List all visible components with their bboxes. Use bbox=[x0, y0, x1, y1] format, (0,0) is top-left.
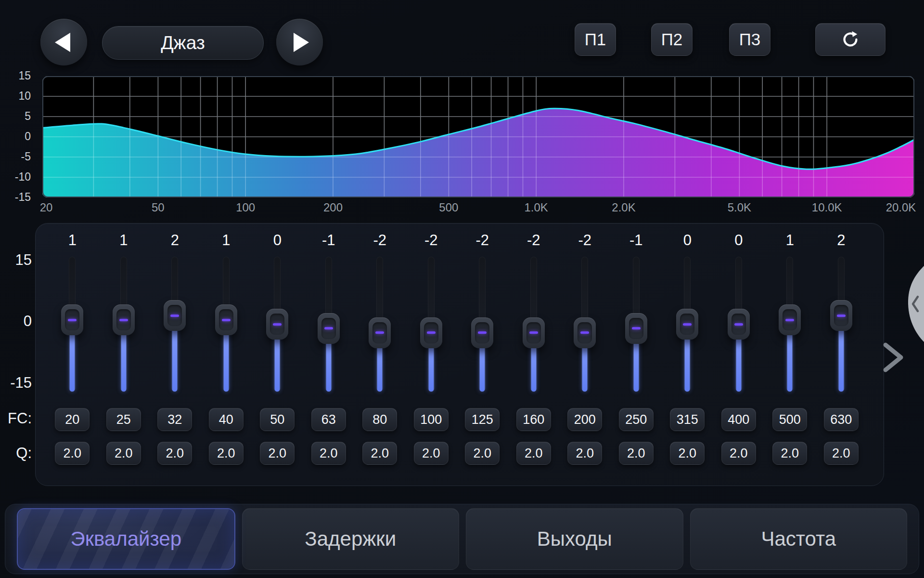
slider-thumb-inner bbox=[321, 318, 336, 339]
band-gain-slider[interactable] bbox=[713, 257, 765, 392]
band-q-button[interactable]: 2.0 bbox=[55, 442, 90, 465]
band-gain-value: 1 bbox=[786, 231, 794, 250]
band-q-button[interactable]: 2.0 bbox=[362, 442, 397, 465]
slider-thumb[interactable] bbox=[471, 317, 493, 348]
band-fc-button[interactable]: 315 bbox=[670, 408, 705, 431]
slider-thumb[interactable] bbox=[61, 304, 83, 335]
eq-band-400: 0 400 2.0 bbox=[713, 223, 765, 465]
memory-preset-button-1[interactable]: П1 bbox=[575, 23, 616, 56]
slider-thumb[interactable] bbox=[369, 317, 391, 348]
band-q-button[interactable]: 2.0 bbox=[619, 442, 654, 465]
slider-thumb[interactable] bbox=[728, 309, 750, 340]
band-fc-button[interactable]: 630 bbox=[824, 408, 859, 431]
band-q-button[interactable]: 2.0 bbox=[414, 442, 449, 465]
band-gain-slider[interactable] bbox=[354, 257, 406, 392]
slider-thumb[interactable] bbox=[420, 317, 442, 348]
slider-thumb-dash-icon bbox=[427, 331, 436, 334]
band-gain-slider[interactable] bbox=[559, 257, 611, 392]
band-fc-button[interactable]: 125 bbox=[465, 408, 500, 431]
band-q-button[interactable]: 2.0 bbox=[465, 442, 500, 465]
band-gain-value: -1 bbox=[322, 231, 335, 250]
band-gain-slider[interactable] bbox=[47, 257, 98, 392]
band-fc-button[interactable]: 50 bbox=[260, 408, 295, 431]
slider-thumb[interactable] bbox=[625, 313, 647, 344]
band-gain-slider[interactable] bbox=[816, 257, 867, 392]
band-gain-slider[interactable] bbox=[149, 257, 201, 392]
band-fc-button[interactable]: 100 bbox=[414, 408, 449, 431]
band-gain-value: -2 bbox=[578, 231, 591, 250]
band-fc-button[interactable]: 40 bbox=[209, 408, 244, 431]
chart-y-tick-label: 15 bbox=[2, 69, 31, 82]
band-q-button[interactable]: 2.0 bbox=[824, 442, 859, 465]
band-gain-slider[interactable] bbox=[406, 257, 457, 392]
band-fc-button[interactable]: 160 bbox=[516, 408, 551, 431]
preset-name-display[interactable]: Джаз bbox=[102, 26, 264, 60]
band-fc-button[interactable]: 250 bbox=[619, 408, 654, 431]
band-gain-slider[interactable] bbox=[764, 257, 816, 392]
next-bands-button[interactable] bbox=[881, 341, 906, 376]
band-q-button[interactable]: 2.0 bbox=[670, 442, 705, 465]
slider-thumb-dash-icon bbox=[478, 331, 487, 334]
band-q-button[interactable]: 2.0 bbox=[106, 442, 141, 465]
slider-thumb-inner bbox=[526, 322, 541, 343]
band-fc-button[interactable]: 32 bbox=[157, 408, 192, 431]
tab-delays[interactable]: Задержки bbox=[242, 508, 460, 570]
band-q-button[interactable]: 2.0 bbox=[209, 442, 244, 465]
eq-band-40: 1 40 2.0 bbox=[201, 223, 252, 465]
chart-x-tick-label: 100 bbox=[236, 201, 255, 214]
slider-fill bbox=[736, 337, 741, 392]
slider-thumb-inner bbox=[167, 305, 182, 326]
memory-preset-button-3[interactable]: П3 bbox=[729, 23, 770, 56]
eq-bands-row: 1 20 2.0 1 25 2.0 2 bbox=[47, 223, 867, 465]
band-fc-button[interactable]: 25 bbox=[106, 408, 141, 431]
eq-band-20: 1 20 2.0 bbox=[47, 223, 98, 465]
slider-thumb[interactable] bbox=[523, 317, 545, 348]
slider-thumb[interactable] bbox=[830, 300, 852, 331]
band-gain-slider[interactable] bbox=[252, 257, 303, 392]
bottom-tab-bar: ЭквалайзерЗадержкиВыходыЧастота bbox=[5, 504, 919, 574]
slider-thumb[interactable] bbox=[779, 304, 801, 335]
tab-outputs[interactable]: Выходы bbox=[466, 508, 683, 570]
band-q-button[interactable]: 2.0 bbox=[567, 442, 602, 465]
band-fc-button[interactable]: 200 bbox=[567, 408, 602, 431]
chart-y-tick-label: 5 bbox=[2, 110, 31, 123]
band-fc-button[interactable]: 63 bbox=[311, 408, 346, 431]
slider-thumb[interactable] bbox=[266, 309, 288, 340]
band-gain-slider[interactable] bbox=[201, 257, 252, 392]
chart-x-tick-label: 5.0K bbox=[728, 201, 751, 214]
band-gain-slider[interactable] bbox=[662, 257, 713, 392]
band-gain-slider[interactable] bbox=[457, 257, 508, 392]
reset-button[interactable] bbox=[815, 23, 886, 56]
tab-frequency[interactable]: Частота bbox=[690, 508, 908, 570]
band-fc-button[interactable]: 500 bbox=[772, 408, 807, 431]
slider-fill bbox=[685, 337, 690, 392]
band-q-button[interactable]: 2.0 bbox=[516, 442, 551, 465]
tab-label: Частота bbox=[761, 527, 836, 551]
band-q-button[interactable]: 2.0 bbox=[721, 442, 756, 465]
slider-thumb-inner bbox=[783, 309, 797, 330]
band-q-button[interactable]: 2.0 bbox=[260, 442, 295, 465]
slider-thumb[interactable] bbox=[676, 309, 698, 340]
slider-thumb[interactable] bbox=[574, 317, 596, 348]
slider-thumb[interactable] bbox=[318, 313, 340, 344]
slider-thumb[interactable] bbox=[164, 300, 186, 331]
band-q-button[interactable]: 2.0 bbox=[157, 442, 192, 465]
band-q-button[interactable]: 2.0 bbox=[772, 442, 807, 465]
band-fc-button[interactable]: 400 bbox=[721, 408, 756, 431]
band-fc-button[interactable]: 20 bbox=[55, 408, 90, 431]
slider-thumb-inner bbox=[116, 309, 131, 330]
side-drawer-handle[interactable] bbox=[894, 266, 924, 345]
tab-label: Эквалайзер bbox=[70, 527, 181, 551]
preset-next-button[interactable] bbox=[276, 19, 323, 66]
tab-equalizer[interactable]: Эквалайзер bbox=[17, 508, 235, 570]
band-gain-slider[interactable] bbox=[508, 257, 560, 392]
preset-prev-button[interactable] bbox=[40, 19, 87, 66]
slider-thumb[interactable] bbox=[215, 304, 237, 335]
band-gain-slider[interactable] bbox=[303, 257, 355, 392]
slider-thumb[interactable] bbox=[113, 304, 135, 335]
memory-preset-button-2[interactable]: П2 bbox=[651, 23, 693, 56]
band-q-button[interactable]: 2.0 bbox=[311, 442, 346, 465]
band-gain-slider[interactable] bbox=[98, 257, 150, 392]
band-fc-button[interactable]: 80 bbox=[362, 408, 397, 431]
band-gain-slider[interactable] bbox=[611, 257, 662, 392]
